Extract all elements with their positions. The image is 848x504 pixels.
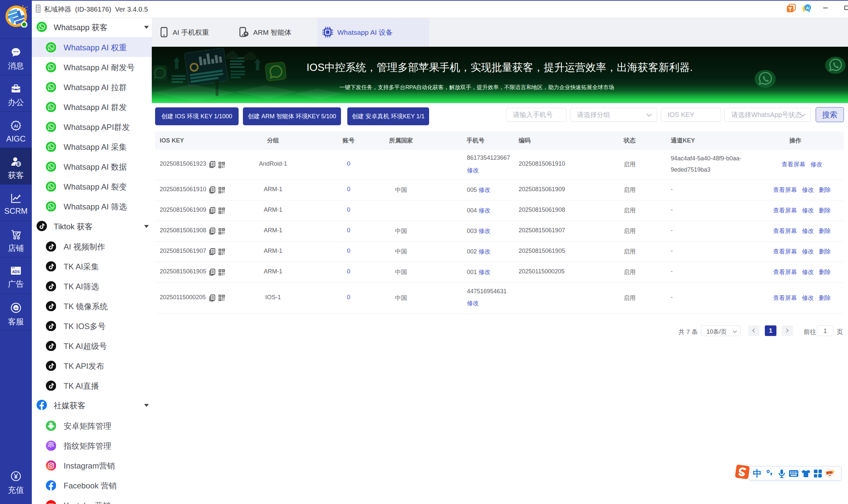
svg-text:Ai: Ai bbox=[806, 6, 810, 10]
svg-text:ADS: ADS bbox=[12, 270, 20, 274]
svg-text:AI: AI bbox=[14, 124, 18, 129]
svg-text:AI: AI bbox=[15, 306, 18, 310]
